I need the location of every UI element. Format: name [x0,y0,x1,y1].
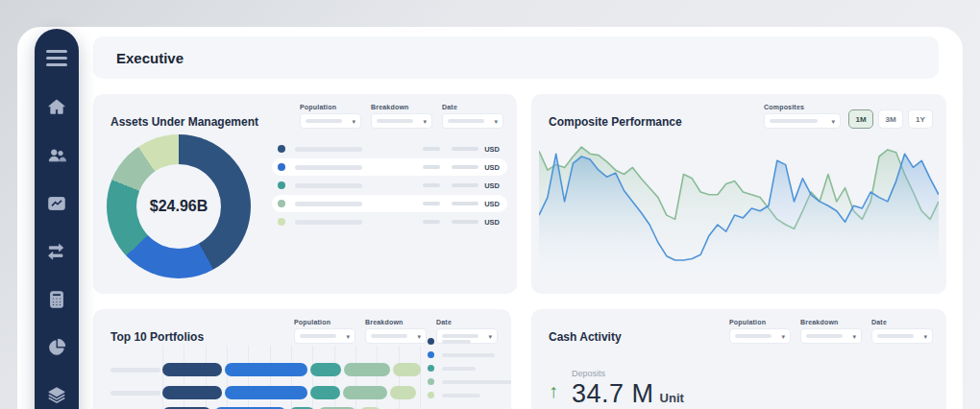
legend-amount-placeholder [452,147,478,151]
chevron-down-icon: ▾ [831,118,835,125]
legend-name-placeholder [295,147,362,152]
top10-legend-item [428,365,511,372]
cash-title: Cash Activity [549,330,622,344]
sidebar-item-allocation[interactable] [46,339,67,360]
date-select[interactable]: ▾ [442,113,503,129]
sidebar-item-clients[interactable] [46,147,67,168]
users-icon [46,145,67,170]
currency-label: USD [484,218,500,227]
cash-filters: Population ▾ Breakdown ▾ Date ▾ [729,319,933,344]
range-button-3m[interactable]: 3M [878,109,903,129]
breakdown-select[interactable]: ▾ [800,328,862,344]
chevron-down-icon: ▾ [417,333,421,340]
deposits-unit: Unit [660,391,684,405]
legend-name-placeholder [295,202,362,206]
sidebar-item-calculator[interactable] [46,291,67,312]
legend-color-dot [428,392,434,398]
breakdown-filter-label: Breakdown [365,319,427,325]
transfer-arrows-icon [46,241,67,266]
breakdown-select[interactable]: ▾ [371,113,432,129]
card-cash-activity: Cash Activity Population ▾ Breakdown ▾ D… [531,309,946,409]
range-button-group: 1M3M1Y [848,109,933,129]
chevron-down-icon: ▾ [346,333,350,340]
composite-title: Composite Performance [549,115,682,129]
legend-color-dot [428,351,434,358]
legend-amount-placeholder [452,220,478,224]
legend-name-placeholder [295,220,362,225]
home-icon [46,97,67,122]
legend-color-dot [428,365,434,372]
legend-name-placeholder [295,165,362,170]
population-filter-label: Population [294,319,355,325]
legend-color-dot [278,181,285,189]
card-composite-performance: Composite Performance Composites ▾ 1M3M1… [531,94,946,294]
aum-legend-row[interactable]: USD [272,213,507,230]
population-filter-label: Population [300,104,361,110]
aum-legend-row[interactable]: USD [272,177,507,194]
breakdown-filter-label: Breakdown [371,104,432,110]
aum-filters: Population ▾ Breakdown ▾ Date ▾ [300,104,503,129]
aum-legend-row[interactable]: USD [272,140,507,157]
legend-amount-placeholder [452,183,478,187]
legend-name-placeholder [295,183,362,188]
top10-legend-item [428,351,511,358]
bar-segment [310,363,341,376]
population-select[interactable]: ▾ [294,328,355,344]
range-button-1y[interactable]: 1Y [908,109,933,129]
population-select[interactable]: ▾ [300,113,361,129]
composites-filter-label: Composites [764,104,841,110]
currency-label: USD [484,181,500,190]
bar-segment [343,386,387,399]
date-select[interactable]: ▾ [871,328,933,344]
chevron-down-icon: ▾ [852,333,856,340]
date-filter-label: Date [871,319,933,325]
breakdown-select[interactable]: ▾ [365,328,427,344]
legend-color-dot [428,338,434,345]
top10-bar-chart [93,346,511,409]
aum-legend-row[interactable]: USD [272,195,507,212]
date-filter-label: Date [442,104,503,110]
portfolio-bar-row[interactable] [93,363,421,376]
breakdown-filter-label: Breakdown [800,319,862,325]
page-title: Executive [116,50,184,66]
portfolio-name-placeholder [110,368,160,373]
portfolio-bar-row[interactable] [93,386,416,399]
legend-name-placeholder [442,340,471,344]
legend-value-placeholder [423,165,440,169]
chevron-down-icon: ▾ [923,333,927,340]
legend-amount-placeholder [452,202,478,205]
population-select[interactable]: ▾ [729,328,791,344]
page-header: Executive [93,36,939,79]
layers-icon [46,385,67,409]
chart-gridlines [162,346,420,409]
card-top-10-portfolios: Top 10 Portfolios Population ▾ Breakdown… [93,309,511,409]
sidebar-item-transactions[interactable] [46,243,67,264]
composite-line-chart [539,136,939,280]
deposits-label: Deposits [572,369,684,378]
legend-name-placeholder [442,367,476,371]
hamburger-menu-icon[interactable] [42,46,71,70]
card-assets-under-management: Assets Under Management Population ▾ Bre… [93,94,517,294]
legend-value-placeholder [423,147,440,151]
range-button-1m[interactable]: 1M [848,109,873,129]
bar-segment [162,386,222,399]
legend-name-placeholder [442,394,480,397]
calculator-icon [46,289,67,314]
aum-title: Assets Under Management [110,115,258,129]
portfolio-name-placeholder [110,391,160,396]
deposits-value: 34.7 M [572,379,654,409]
population-filter-label: Population [729,319,791,325]
sidebar-item-performance[interactable] [46,195,67,216]
sidebar-item-home[interactable] [46,99,67,120]
composites-select[interactable]: ▾ [764,113,841,129]
top10-legend [428,338,511,398]
aum-total-value: $24.96B [150,198,208,215]
currency-label: USD [484,200,500,208]
sidebar-item-holdings[interactable] [46,387,67,408]
aum-legend-row[interactable]: USD [272,158,507,176]
legend-value-placeholder [423,202,440,205]
donut-hole: $24.96B [136,164,221,249]
bar-segment [390,386,416,399]
legend-color-dot [428,378,434,385]
legend-color-dot [278,163,285,171]
